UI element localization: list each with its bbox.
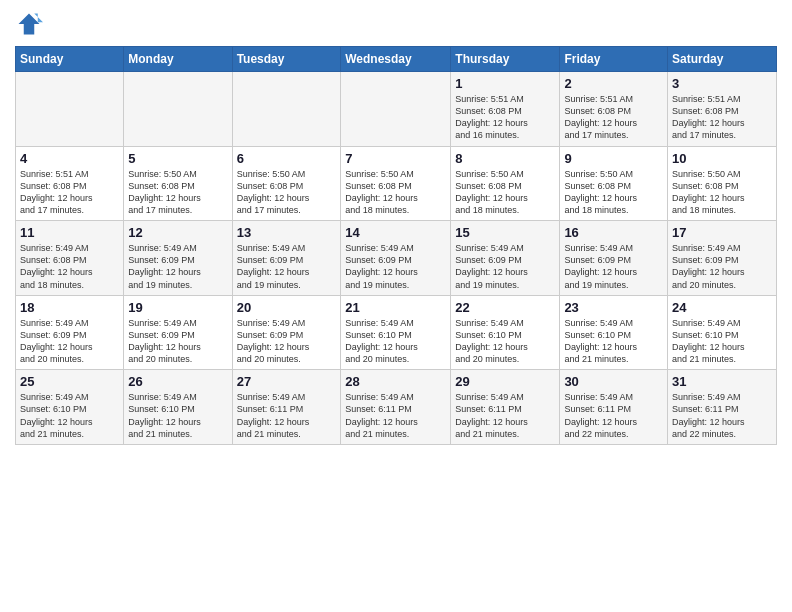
svg-marker-0	[19, 14, 40, 35]
day-info: Sunrise: 5:49 AM Sunset: 6:09 PM Dayligh…	[128, 242, 227, 291]
day-number: 5	[128, 151, 227, 166]
day-number: 24	[672, 300, 772, 315]
page-header	[15, 10, 777, 38]
day-number: 27	[237, 374, 337, 389]
calendar-day-cell	[16, 72, 124, 147]
day-number: 20	[237, 300, 337, 315]
calendar-day-cell: 10Sunrise: 5:50 AM Sunset: 6:08 PM Dayli…	[668, 146, 777, 221]
day-number: 28	[345, 374, 446, 389]
calendar-day-cell: 25Sunrise: 5:49 AM Sunset: 6:10 PM Dayli…	[16, 370, 124, 445]
calendar-day-cell: 30Sunrise: 5:49 AM Sunset: 6:11 PM Dayli…	[560, 370, 668, 445]
calendar-day-cell: 9Sunrise: 5:50 AM Sunset: 6:08 PM Daylig…	[560, 146, 668, 221]
calendar-day-cell	[124, 72, 232, 147]
logo	[15, 10, 47, 38]
calendar-day-cell: 15Sunrise: 5:49 AM Sunset: 6:09 PM Dayli…	[451, 221, 560, 296]
calendar-table: SundayMondayTuesdayWednesdayThursdayFrid…	[15, 46, 777, 445]
calendar-day-cell	[341, 72, 451, 147]
day-info: Sunrise: 5:49 AM Sunset: 6:11 PM Dayligh…	[672, 391, 772, 440]
calendar-header-cell: Saturday	[668, 47, 777, 72]
day-info: Sunrise: 5:49 AM Sunset: 6:08 PM Dayligh…	[20, 242, 119, 291]
calendar-day-cell: 29Sunrise: 5:49 AM Sunset: 6:11 PM Dayli…	[451, 370, 560, 445]
day-info: Sunrise: 5:50 AM Sunset: 6:08 PM Dayligh…	[455, 168, 555, 217]
day-number: 2	[564, 76, 663, 91]
calendar-day-cell: 7Sunrise: 5:50 AM Sunset: 6:08 PM Daylig…	[341, 146, 451, 221]
day-number: 15	[455, 225, 555, 240]
day-info: Sunrise: 5:49 AM Sunset: 6:10 PM Dayligh…	[672, 317, 772, 366]
day-number: 18	[20, 300, 119, 315]
calendar-header-cell: Thursday	[451, 47, 560, 72]
calendar-day-cell: 13Sunrise: 5:49 AM Sunset: 6:09 PM Dayli…	[232, 221, 341, 296]
calendar-day-cell: 11Sunrise: 5:49 AM Sunset: 6:08 PM Dayli…	[16, 221, 124, 296]
day-info: Sunrise: 5:49 AM Sunset: 6:09 PM Dayligh…	[345, 242, 446, 291]
day-number: 10	[672, 151, 772, 166]
calendar-week-row: 1Sunrise: 5:51 AM Sunset: 6:08 PM Daylig…	[16, 72, 777, 147]
day-info: Sunrise: 5:49 AM Sunset: 6:10 PM Dayligh…	[20, 391, 119, 440]
day-number: 21	[345, 300, 446, 315]
day-number: 16	[564, 225, 663, 240]
calendar-header-cell: Sunday	[16, 47, 124, 72]
calendar-day-cell: 14Sunrise: 5:49 AM Sunset: 6:09 PM Dayli…	[341, 221, 451, 296]
day-info: Sunrise: 5:49 AM Sunset: 6:10 PM Dayligh…	[128, 391, 227, 440]
day-number: 6	[237, 151, 337, 166]
calendar-day-cell: 26Sunrise: 5:49 AM Sunset: 6:10 PM Dayli…	[124, 370, 232, 445]
day-info: Sunrise: 5:50 AM Sunset: 6:08 PM Dayligh…	[345, 168, 446, 217]
calendar-header-cell: Wednesday	[341, 47, 451, 72]
calendar-day-cell: 23Sunrise: 5:49 AM Sunset: 6:10 PM Dayli…	[560, 295, 668, 370]
calendar-day-cell: 6Sunrise: 5:50 AM Sunset: 6:08 PM Daylig…	[232, 146, 341, 221]
calendar-header-cell: Tuesday	[232, 47, 341, 72]
calendar-header-row: SundayMondayTuesdayWednesdayThursdayFrid…	[16, 47, 777, 72]
calendar-header-cell: Friday	[560, 47, 668, 72]
day-info: Sunrise: 5:49 AM Sunset: 6:09 PM Dayligh…	[672, 242, 772, 291]
day-number: 17	[672, 225, 772, 240]
day-number: 8	[455, 151, 555, 166]
day-number: 12	[128, 225, 227, 240]
day-info: Sunrise: 5:49 AM Sunset: 6:09 PM Dayligh…	[564, 242, 663, 291]
calendar-day-cell: 12Sunrise: 5:49 AM Sunset: 6:09 PM Dayli…	[124, 221, 232, 296]
day-number: 19	[128, 300, 227, 315]
day-info: Sunrise: 5:50 AM Sunset: 6:08 PM Dayligh…	[564, 168, 663, 217]
day-info: Sunrise: 5:51 AM Sunset: 6:08 PM Dayligh…	[455, 93, 555, 142]
calendar-day-cell: 8Sunrise: 5:50 AM Sunset: 6:08 PM Daylig…	[451, 146, 560, 221]
day-info: Sunrise: 5:49 AM Sunset: 6:10 PM Dayligh…	[345, 317, 446, 366]
day-number: 7	[345, 151, 446, 166]
calendar-day-cell: 24Sunrise: 5:49 AM Sunset: 6:10 PM Dayli…	[668, 295, 777, 370]
calendar-day-cell	[232, 72, 341, 147]
calendar-day-cell: 31Sunrise: 5:49 AM Sunset: 6:11 PM Dayli…	[668, 370, 777, 445]
calendar-day-cell: 5Sunrise: 5:50 AM Sunset: 6:08 PM Daylig…	[124, 146, 232, 221]
day-info: Sunrise: 5:49 AM Sunset: 6:09 PM Dayligh…	[20, 317, 119, 366]
day-info: Sunrise: 5:49 AM Sunset: 6:09 PM Dayligh…	[237, 242, 337, 291]
calendar-day-cell: 4Sunrise: 5:51 AM Sunset: 6:08 PM Daylig…	[16, 146, 124, 221]
day-number: 4	[20, 151, 119, 166]
day-info: Sunrise: 5:51 AM Sunset: 6:08 PM Dayligh…	[672, 93, 772, 142]
calendar-day-cell: 22Sunrise: 5:49 AM Sunset: 6:10 PM Dayli…	[451, 295, 560, 370]
calendar-day-cell: 19Sunrise: 5:49 AM Sunset: 6:09 PM Dayli…	[124, 295, 232, 370]
calendar-day-cell: 21Sunrise: 5:49 AM Sunset: 6:10 PM Dayli…	[341, 295, 451, 370]
day-info: Sunrise: 5:49 AM Sunset: 6:09 PM Dayligh…	[455, 242, 555, 291]
day-number: 3	[672, 76, 772, 91]
day-number: 14	[345, 225, 446, 240]
day-number: 1	[455, 76, 555, 91]
calendar-day-cell: 27Sunrise: 5:49 AM Sunset: 6:11 PM Dayli…	[232, 370, 341, 445]
day-number: 22	[455, 300, 555, 315]
calendar-week-row: 18Sunrise: 5:49 AM Sunset: 6:09 PM Dayli…	[16, 295, 777, 370]
day-info: Sunrise: 5:49 AM Sunset: 6:09 PM Dayligh…	[237, 317, 337, 366]
calendar-day-cell: 28Sunrise: 5:49 AM Sunset: 6:11 PM Dayli…	[341, 370, 451, 445]
calendar-day-cell: 16Sunrise: 5:49 AM Sunset: 6:09 PM Dayli…	[560, 221, 668, 296]
day-info: Sunrise: 5:49 AM Sunset: 6:11 PM Dayligh…	[345, 391, 446, 440]
calendar-week-row: 11Sunrise: 5:49 AM Sunset: 6:08 PM Dayli…	[16, 221, 777, 296]
day-info: Sunrise: 5:50 AM Sunset: 6:08 PM Dayligh…	[128, 168, 227, 217]
calendar-day-cell: 2Sunrise: 5:51 AM Sunset: 6:08 PM Daylig…	[560, 72, 668, 147]
day-info: Sunrise: 5:49 AM Sunset: 6:10 PM Dayligh…	[564, 317, 663, 366]
day-number: 30	[564, 374, 663, 389]
logo-icon	[15, 10, 43, 38]
day-info: Sunrise: 5:49 AM Sunset: 6:11 PM Dayligh…	[455, 391, 555, 440]
day-number: 11	[20, 225, 119, 240]
day-number: 23	[564, 300, 663, 315]
day-number: 29	[455, 374, 555, 389]
day-info: Sunrise: 5:50 AM Sunset: 6:08 PM Dayligh…	[672, 168, 772, 217]
day-number: 13	[237, 225, 337, 240]
day-number: 26	[128, 374, 227, 389]
day-info: Sunrise: 5:51 AM Sunset: 6:08 PM Dayligh…	[20, 168, 119, 217]
calendar-week-row: 4Sunrise: 5:51 AM Sunset: 6:08 PM Daylig…	[16, 146, 777, 221]
calendar-day-cell: 17Sunrise: 5:49 AM Sunset: 6:09 PM Dayli…	[668, 221, 777, 296]
